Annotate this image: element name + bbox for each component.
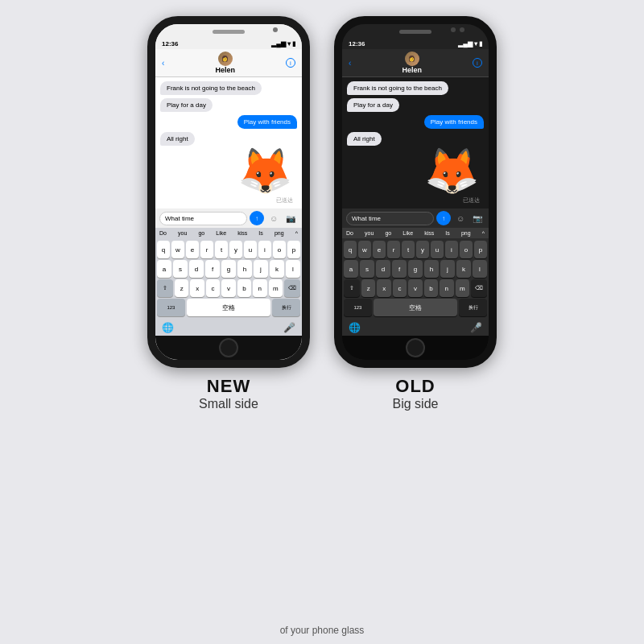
old-key-e[interactable]: e	[373, 241, 386, 258]
key-k[interactable]: k	[270, 260, 284, 278]
old-key-q[interactable]: q	[344, 241, 357, 258]
key-return[interactable]: 换行	[272, 299, 300, 316]
old-key-n[interactable]: n	[440, 279, 453, 297]
old-sug-0[interactable]: Do	[346, 230, 353, 236]
old-key-r[interactable]: r	[387, 241, 400, 258]
old-sug-3[interactable]: Like	[402, 230, 413, 236]
old-key-a[interactable]: a	[344, 260, 358, 278]
old-nav-back[interactable]: ‹	[349, 59, 351, 68]
old-key-s[interactable]: s	[360, 260, 374, 278]
old-key-o[interactable]: o	[460, 241, 473, 258]
new-send-btn[interactable]: ↑	[250, 211, 264, 225]
new-chat-area: Frank is not going to the beach Play for…	[155, 77, 302, 208]
key-p[interactable]: p	[287, 241, 300, 258]
old-key-u[interactable]: u	[431, 241, 444, 258]
new-status-time: 12:36	[162, 40, 178, 47]
old-key-m[interactable]: m	[456, 279, 469, 297]
old-key-h[interactable]: h	[424, 260, 439, 278]
key-v[interactable]: v	[221, 279, 235, 297]
old-key-return[interactable]: 换行	[459, 299, 487, 316]
key-f[interactable]: f	[205, 260, 220, 278]
key-a[interactable]: a	[157, 260, 171, 278]
old-nav-info[interactable]: i	[473, 58, 482, 68]
old-key-row-4: 123 空格 换行	[344, 299, 487, 316]
old-key-c[interactable]: c	[393, 279, 407, 297]
sug-1[interactable]: you	[178, 230, 187, 236]
old-globe-icon[interactable]: 🌐	[349, 322, 361, 333]
sug-5[interactable]: Is	[258, 230, 262, 236]
old-key-f[interactable]: f	[392, 260, 407, 278]
key-q[interactable]: q	[157, 241, 170, 258]
old-sug-1[interactable]: you	[365, 230, 374, 236]
key-g[interactable]: g	[221, 260, 236, 278]
key-w[interactable]: w	[171, 241, 184, 258]
old-input-field[interactable]: What time	[346, 212, 434, 225]
old-key-space[interactable]: 空格	[374, 299, 457, 316]
key-c[interactable]: c	[206, 279, 220, 297]
old-emoji-btn[interactable]: ☺	[453, 211, 468, 225]
key-z[interactable]: z	[175, 279, 188, 297]
old-key-t[interactable]: t	[402, 241, 415, 258]
old-camera-btn[interactable]: 📷	[470, 211, 485, 225]
old-key-v[interactable]: v	[408, 279, 422, 297]
sug-3[interactable]: Like	[216, 230, 226, 236]
old-key-w[interactable]: w	[358, 241, 371, 258]
old-sug-chevron[interactable]: ^	[482, 230, 485, 236]
new-home-btn[interactable]	[219, 338, 238, 357]
key-r[interactable]: r	[200, 241, 213, 258]
key-x[interactable]: x	[190, 279, 204, 297]
new-input-field[interactable]: What time	[159, 212, 247, 225]
old-key-d[interactable]: d	[376, 260, 390, 278]
key-space[interactable]: 空格	[187, 299, 270, 316]
old-home-btn[interactable]	[406, 338, 425, 357]
key-b[interactable]: b	[237, 279, 251, 297]
sug-6[interactable]: png	[275, 230, 284, 236]
key-t[interactable]: t	[215, 241, 228, 258]
new-phone-section: 12:36 ▂▄▆ ▾ ▮ ‹ 👩 Helen i Frank is not g…	[147, 16, 310, 411]
key-i[interactable]: i	[258, 241, 271, 258]
new-emoji-btn[interactable]: ☺	[266, 211, 281, 225]
key-n[interactable]: n	[253, 279, 266, 297]
old-mic-icon[interactable]: 🎤	[470, 322, 482, 333]
key-o[interactable]: o	[273, 241, 286, 258]
new-nav-info[interactable]: i	[286, 58, 295, 68]
sug-0[interactable]: Do	[159, 230, 167, 236]
old-key-delete[interactable]: ⌫	[471, 279, 487, 297]
old-sug-4[interactable]: kiss	[424, 230, 434, 236]
key-m[interactable]: m	[269, 279, 283, 297]
key-j[interactable]: j	[254, 260, 268, 278]
sug-4[interactable]: kiss	[237, 230, 247, 236]
key-e[interactable]: e	[186, 241, 199, 258]
key-l[interactable]: l	[286, 260, 300, 278]
old-key-z[interactable]: z	[361, 279, 375, 297]
old-key-j[interactable]: j	[440, 260, 455, 278]
old-sug-6[interactable]: png	[461, 230, 471, 236]
old-key-123[interactable]: 123	[344, 299, 372, 316]
key-123[interactable]: 123	[157, 299, 185, 316]
new-nav-back[interactable]: ‹	[162, 59, 164, 68]
old-send-btn[interactable]: ↑	[436, 211, 451, 225]
old-key-y[interactable]: y	[416, 241, 429, 258]
sug-chevron[interactable]: ^	[295, 230, 298, 236]
sug-2[interactable]: go	[198, 230, 204, 236]
new-mic-icon[interactable]: 🎤	[283, 322, 295, 333]
new-camera-btn[interactable]: 📷	[283, 211, 298, 225]
old-key-x[interactable]: x	[377, 279, 390, 297]
old-key-l[interactable]: l	[473, 260, 487, 278]
new-globe-icon[interactable]: 🌐	[162, 322, 174, 333]
key-u[interactable]: u	[244, 241, 257, 258]
old-key-k[interactable]: k	[456, 260, 471, 278]
old-key-i[interactable]: i	[445, 241, 458, 258]
old-sug-2[interactable]: go	[385, 230, 391, 236]
key-h[interactable]: h	[237, 260, 252, 278]
key-delete[interactable]: ⌫	[284, 279, 300, 297]
old-key-g[interactable]: g	[408, 260, 423, 278]
old-sug-5[interactable]: Is	[445, 230, 449, 236]
key-shift[interactable]: ⇧	[157, 279, 173, 297]
old-key-p[interactable]: p	[474, 241, 487, 258]
key-y[interactable]: y	[229, 241, 242, 258]
old-key-b[interactable]: b	[424, 279, 438, 297]
key-s[interactable]: s	[173, 260, 188, 278]
old-key-shift[interactable]: ⇧	[344, 279, 360, 297]
key-d[interactable]: d	[189, 260, 204, 278]
